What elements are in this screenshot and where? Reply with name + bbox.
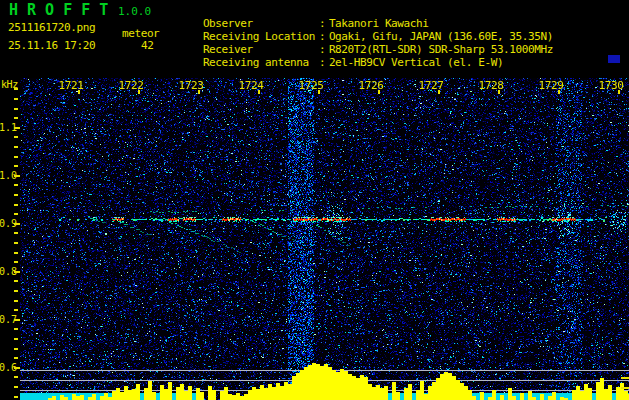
freq-minor-tick	[14, 165, 18, 167]
time-tick	[258, 90, 260, 94]
freq-major-tick	[14, 175, 20, 177]
output-filename: 2511161720.png	[8, 21, 95, 34]
freq-minor-tick	[14, 357, 18, 359]
time-tick	[318, 90, 320, 94]
freq-minor-tick	[14, 386, 18, 388]
freq-minor-tick	[14, 300, 18, 302]
freq-minor-tick	[14, 98, 18, 100]
timestamp: 25.11.16 17:20	[8, 39, 95, 52]
right-scale-tick	[621, 377, 629, 379]
freq-minor-tick	[14, 194, 18, 196]
right-scale-tick	[621, 387, 629, 389]
time-tick	[78, 90, 80, 94]
freq-minor-tick	[14, 396, 18, 398]
freq-minor-tick	[14, 338, 18, 340]
freq-major-tick	[14, 223, 20, 225]
time-tick	[138, 90, 140, 94]
freq-minor-tick	[14, 328, 18, 330]
info-row-antenna: Receiving antenna:2el-HB9CV Vertical (el…	[178, 43, 503, 56]
freq-minor-tick	[14, 156, 18, 158]
freq-major-tick	[14, 367, 20, 369]
time-tick	[498, 90, 500, 94]
blue-indicator	[608, 55, 620, 63]
freq-minor-tick	[14, 108, 18, 110]
freq-minor-tick	[14, 348, 18, 350]
freq-minor-tick	[14, 280, 18, 282]
freq-major-tick	[14, 271, 20, 273]
freq-major-tick	[14, 319, 20, 321]
freq-minor-tick	[14, 213, 18, 215]
freq-minor-tick	[14, 88, 18, 90]
info-label: Receiving antenna	[203, 56, 319, 69]
freq-minor-tick	[14, 184, 18, 186]
freq-minor-tick	[14, 146, 18, 148]
info-value: 2el-HB9CV Vertical (el. E-W)	[329, 56, 503, 69]
info-row-location: Receiving Location:Ogaki, Gifu, JAPAN (1…	[178, 17, 553, 30]
freq-minor-tick	[14, 242, 18, 244]
freq-minor-tick	[14, 204, 18, 206]
freq-minor-tick	[14, 261, 18, 263]
app-title: H R O F F T	[9, 1, 108, 19]
freq-minor-tick	[14, 232, 18, 234]
app-version: 1.0.0	[118, 5, 151, 18]
info-separator: :	[319, 56, 329, 69]
time-tick	[558, 90, 560, 94]
freq-minor-tick	[14, 136, 18, 138]
freq-minor-tick	[14, 117, 18, 119]
freq-minor-tick	[14, 309, 18, 311]
time-tick	[378, 90, 380, 94]
info-row-observer: Observer:Takanori Kawachi	[178, 4, 428, 17]
time-tick	[198, 90, 200, 94]
time-tick	[618, 90, 620, 94]
freq-major-tick	[14, 127, 20, 129]
time-tick	[438, 90, 440, 94]
freq-minor-tick	[14, 376, 18, 378]
freq-minor-tick	[14, 252, 18, 254]
info-row-receiver: Receiver:R820T2(RTL-SDR) SDR-Sharp 53.10…	[178, 30, 553, 43]
spectrogram-canvas	[20, 78, 629, 400]
meteor-count: 42	[141, 39, 153, 52]
freq-minor-tick	[14, 290, 18, 292]
hrofft-window: H R O F F T 1.0.0 2511161720.png meteor …	[0, 0, 629, 400]
